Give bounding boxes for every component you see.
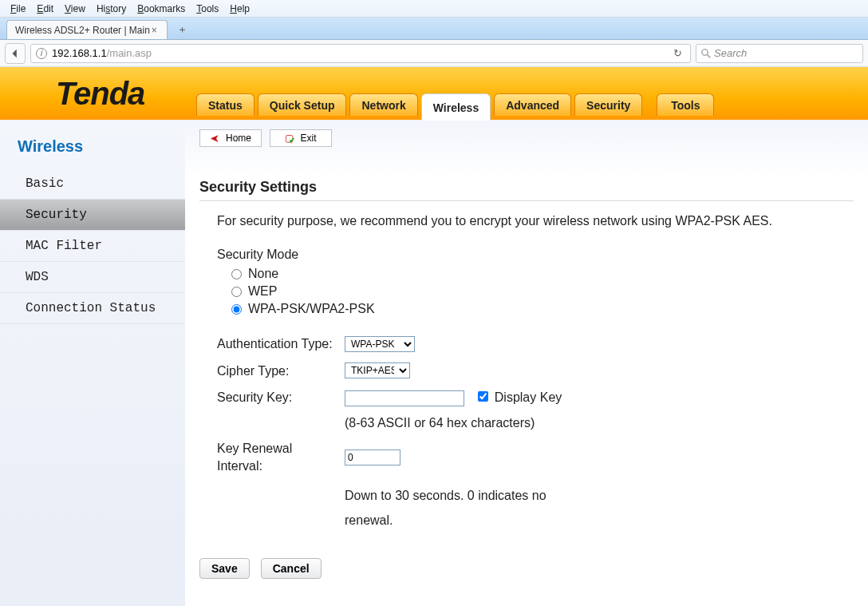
nav-network[interactable]: Network — [349, 93, 417, 116]
key-renewal-label: Key Renewal Interval: — [217, 435, 345, 479]
radio-wpa[interactable] — [231, 304, 242, 315]
menu-help[interactable]: Help — [224, 3, 255, 14]
nav-tools[interactable]: Tools — [657, 93, 714, 116]
menu-history[interactable]: History — [91, 3, 132, 14]
security-mode-label: Security Mode — [217, 248, 854, 262]
sidebar-item-mac-filter[interactable]: MAC Filter — [0, 231, 185, 262]
site-info-icon[interactable]: i — [36, 48, 47, 59]
display-key-label: Display Key — [495, 390, 562, 404]
content-toolbar: ➤ Home ▢ Exit — [199, 129, 854, 147]
home-icon: ➤ — [210, 132, 219, 145]
key-renewal-input[interactable] — [345, 450, 400, 465]
nav-advanced[interactable]: Advanced — [494, 93, 571, 116]
search-icon — [701, 49, 711, 58]
sidebar-item-security[interactable]: Security — [0, 200, 185, 231]
home-button-label: Home — [226, 133, 251, 144]
menu-tools[interactable]: Tools — [191, 3, 224, 14]
browser-navbar: i 192.168.1.1 /main.asp ↻ Search — [0, 40, 868, 67]
security-key-input[interactable] — [345, 390, 464, 406]
radio-wep[interactable] — [231, 287, 242, 297]
sidebar-item-connection-status[interactable]: Connection Status — [0, 293, 185, 324]
browser-tab-title: Wireless ADSL2+ Router | Main — [15, 25, 150, 36]
auth-type-label: Authentication Type: — [217, 331, 345, 358]
divider — [199, 200, 854, 201]
key-renewal-hint: Down to 30 seconds. 0 indicates no renew… — [345, 479, 600, 537]
new-tab-button[interactable]: ＋ — [172, 22, 193, 38]
url-path: /main.asp — [107, 47, 152, 59]
home-button[interactable]: ➤ Home — [199, 129, 262, 147]
security-key-label: Security Key: — [217, 384, 345, 411]
url-bar[interactable]: i 192.168.1.1 /main.asp ↻ — [30, 44, 691, 63]
cipher-type-label: Cipher Type: — [217, 358, 345, 385]
radio-wpa-label: WPA-PSK/WPA2-PSK — [248, 302, 375, 316]
content-area: ➤ Home ▢ Exit Security Settings For secu… — [185, 120, 868, 606]
sidebar-item-wds[interactable]: WDS — [0, 262, 185, 293]
radio-wep-label: WEP — [248, 284, 277, 299]
intro-text: For security purpose, we recommend you t… — [217, 214, 854, 228]
menu-bookmarks[interactable]: Bookmarks — [132, 3, 191, 14]
exit-icon: ▢ — [285, 133, 294, 144]
svg-line-1 — [708, 54, 711, 57]
browser-menubar: File Edit View History Bookmarks Tools H… — [0, 0, 868, 18]
sidebar-title: Wireless — [0, 128, 185, 168]
auth-type-select[interactable]: WPA-PSK — [345, 336, 415, 352]
menu-edit[interactable]: Edit — [31, 3, 59, 14]
radio-none-label: None — [248, 267, 278, 281]
browser-search-input[interactable]: Search — [696, 44, 863, 63]
save-button[interactable]: Save — [199, 558, 250, 579]
exit-button[interactable]: ▢ Exit — [270, 129, 332, 147]
nav-security[interactable]: Security — [574, 93, 642, 116]
browser-tabstrip: Wireless ADSL2+ Router | Main × ＋ — [0, 18, 868, 40]
svg-point-0 — [702, 49, 708, 55]
brand-logo: Tenda — [56, 76, 144, 112]
back-button[interactable] — [5, 43, 26, 64]
close-tab-icon[interactable]: × — [150, 25, 159, 36]
router-header: Tenda Status Quick Setup Network Wireles… — [0, 67, 868, 120]
menu-view[interactable]: View — [59, 3, 91, 14]
display-key-checkbox[interactable] — [478, 391, 488, 402]
radio-none[interactable] — [231, 269, 242, 279]
exit-button-label: Exit — [300, 133, 316, 144]
arrow-left-icon — [10, 48, 21, 59]
search-placeholder: Search — [714, 47, 747, 59]
nav-wireless[interactable]: Wireless — [421, 93, 491, 121]
sidebar: Wireless Basic Security MAC Filter WDS C… — [0, 120, 185, 606]
nav-status[interactable]: Status — [196, 93, 254, 116]
menu-file[interactable]: File — [5, 3, 31, 14]
page-heading: Security Settings — [199, 179, 854, 196]
nav-quick-setup[interactable]: Quick Setup — [258, 93, 347, 116]
security-key-hint: (8-63 ASCII or 64 hex characters) — [345, 411, 600, 435]
sidebar-item-basic[interactable]: Basic — [0, 168, 185, 200]
url-host: 192.168.1.1 — [52, 47, 107, 59]
browser-tab-active[interactable]: Wireless ADSL2+ Router | Main × — [6, 20, 168, 39]
reload-icon[interactable]: ↻ — [670, 47, 685, 59]
cipher-type-select[interactable]: TKIP+AES — [345, 362, 410, 378]
cancel-button[interactable]: Cancel — [261, 558, 322, 579]
main-nav: Status Quick Setup Network Wireless Adva… — [196, 93, 714, 120]
